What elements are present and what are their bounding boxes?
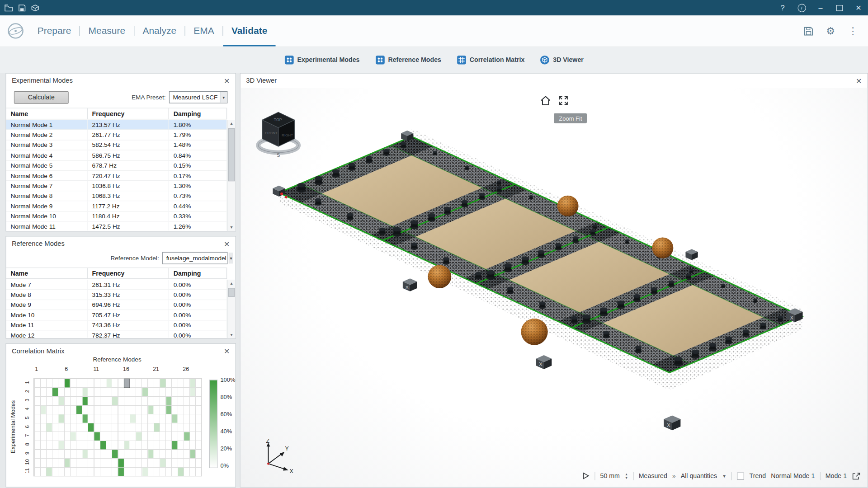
mac-cell[interactable] bbox=[76, 406, 82, 414]
mac-cell[interactable] bbox=[65, 459, 70, 467]
scale-stepper[interactable]: ▲▼ bbox=[625, 472, 628, 479]
mac-cell[interactable] bbox=[58, 441, 64, 449]
new-project-icon[interactable] bbox=[5, 4, 13, 11]
table-row[interactable]: Mode 8315.33 Hz0.00% bbox=[6, 290, 227, 300]
mac-cell[interactable] bbox=[190, 450, 195, 458]
tab-validate[interactable]: Validate bbox=[223, 15, 276, 46]
reference-model-select[interactable]: fuselage_modalmodel ▼ bbox=[162, 252, 227, 264]
play-animation-button[interactable] bbox=[582, 472, 590, 480]
experimental-modes-scrollbar[interactable]: ▲ ▼ bbox=[227, 120, 236, 231]
mac-cell[interactable] bbox=[82, 397, 88, 405]
table-row[interactable]: Normal Mode 101180.4 Hz0.33% bbox=[6, 211, 227, 221]
scroll-thumb[interactable] bbox=[228, 288, 235, 297]
settings-gear-icon[interactable]: ⚙ bbox=[825, 25, 837, 37]
mac-cell[interactable] bbox=[52, 388, 58, 396]
deformation-scale-value[interactable]: 50 mm bbox=[600, 473, 620, 479]
trend-checkbox[interactable] bbox=[737, 472, 744, 479]
mac-cell[interactable] bbox=[136, 432, 142, 440]
mac-cell[interactable] bbox=[65, 379, 70, 387]
tab-ema[interactable]: EMA bbox=[185, 15, 222, 46]
mac-cell[interactable] bbox=[172, 441, 178, 449]
minimize-button[interactable]: – bbox=[811, 0, 830, 15]
mac-cell[interactable] bbox=[160, 379, 165, 387]
step-up-icon[interactable]: ▲ bbox=[625, 472, 628, 475]
mac-cell[interactable] bbox=[166, 397, 171, 405]
info-button[interactable]: i bbox=[792, 0, 811, 15]
mac-cell[interactable] bbox=[118, 468, 124, 476]
table-row[interactable]: Normal Mode 81068.3 Hz0.73% bbox=[6, 191, 227, 201]
toolbar-correlation-matrix[interactable]: Correlation Matrix bbox=[457, 55, 524, 65]
mac-cell[interactable] bbox=[184, 432, 189, 440]
close-button[interactable]: ✕ bbox=[849, 0, 868, 15]
3d-viewport[interactable]: XXXX TOP FRONT RIGHT S bbox=[241, 88, 868, 487]
table-row[interactable]: Normal Mode 71036.8 Hz1.30% bbox=[6, 181, 227, 191]
close-icon[interactable]: ✕ bbox=[224, 347, 230, 355]
toolbar-experimental-modes[interactable]: Experimental Modes bbox=[284, 55, 359, 65]
mac-cell[interactable] bbox=[166, 406, 171, 414]
column-header-damping[interactable]: Damping bbox=[169, 108, 227, 119]
close-icon[interactable]: ✕ bbox=[224, 77, 230, 84]
current-mode-short[interactable]: Mode 1 bbox=[826, 473, 847, 479]
home-view-button[interactable] bbox=[538, 94, 553, 108]
mac-cell[interactable] bbox=[47, 468, 52, 476]
mac-cell[interactable] bbox=[58, 414, 64, 422]
scroll-up-icon[interactable]: ▲ bbox=[227, 120, 235, 127]
mac-cell[interactable] bbox=[112, 450, 118, 458]
mac-cell[interactable] bbox=[41, 406, 46, 414]
mac-cell[interactable] bbox=[172, 414, 178, 422]
save-icon[interactable] bbox=[802, 25, 814, 37]
scroll-up-icon[interactable]: ▲ bbox=[227, 280, 235, 287]
close-icon[interactable]: ✕ bbox=[856, 77, 862, 84]
table-row[interactable]: Mode 11743.36 Hz0.00% bbox=[6, 320, 227, 330]
mac-cell[interactable] bbox=[58, 397, 64, 405]
quantities-dropdown[interactable]: All quantities bbox=[681, 473, 717, 479]
mac-cell[interactable] bbox=[47, 423, 52, 432]
zoom-fit-button[interactable] bbox=[556, 94, 571, 108]
tab-measure[interactable]: Measure bbox=[80, 15, 134, 46]
mac-cell[interactable] bbox=[160, 459, 165, 467]
mac-cell[interactable] bbox=[88, 423, 94, 432]
table-row[interactable]: Normal Mode 5678.7 Hz0.15% bbox=[6, 160, 227, 170]
mac-cell[interactable] bbox=[82, 450, 88, 458]
table-row[interactable]: Normal Mode 2261.77 Hz1.79% bbox=[6, 130, 227, 140]
mac-cell[interactable] bbox=[124, 441, 130, 449]
more-menu-icon[interactable]: ⋮ bbox=[847, 25, 859, 37]
tab-analyze[interactable]: Analyze bbox=[134, 15, 185, 46]
column-header-name[interactable]: Name bbox=[6, 268, 88, 278]
current-mode-name[interactable]: Normal Mode 1 bbox=[771, 473, 815, 479]
toolbar-reference-modes[interactable]: Reference Modes bbox=[375, 55, 441, 65]
mac-cell[interactable] bbox=[142, 388, 147, 396]
scroll-down-icon[interactable]: ▼ bbox=[227, 331, 235, 338]
tab-prepare[interactable]: Prepare bbox=[29, 15, 80, 46]
table-row[interactable]: Normal Mode 111472.5 Hz1.26% bbox=[6, 221, 227, 230]
mac-cell[interactable] bbox=[100, 441, 106, 449]
data-source-breadcrumb[interactable]: Measured bbox=[639, 473, 667, 479]
3d-scene[interactable]: XXXX bbox=[241, 88, 868, 487]
mac-selected-cell[interactable] bbox=[124, 379, 130, 387]
navigation-cube[interactable]: TOP FRONT RIGHT S bbox=[250, 101, 311, 162]
mac-cell[interactable] bbox=[154, 423, 160, 432]
table-row[interactable]: Normal Mode 91177.2 Hz0.44% bbox=[6, 201, 227, 211]
mac-cell[interactable] bbox=[190, 379, 195, 387]
column-header-damping[interactable]: Damping bbox=[169, 268, 227, 278]
mac-cell[interactable] bbox=[130, 414, 136, 422]
toolbar-3d-viewer[interactable]: 3D Viewer bbox=[540, 55, 584, 65]
step-down-icon[interactable]: ▼ bbox=[625, 476, 628, 479]
mac-cell[interactable] bbox=[106, 379, 112, 387]
table-row[interactable]: Mode 9694.96 Hz0.00% bbox=[6, 300, 227, 310]
save-icon-titlebar[interactable] bbox=[19, 4, 26, 11]
maximize-button[interactable] bbox=[830, 0, 849, 15]
reference-modes-scrollbar[interactable]: ▲ ▼ bbox=[227, 280, 236, 338]
table-row[interactable]: Mode 10705.47 Hz0.00% bbox=[6, 310, 227, 320]
mac-cell[interactable] bbox=[190, 388, 195, 396]
column-header-frequency[interactable]: Frequency bbox=[88, 108, 169, 119]
ema-preset-select[interactable]: Measured LSCF ▼ bbox=[169, 91, 228, 103]
table-row[interactable]: Normal Mode 6720.47 Hz0.17% bbox=[6, 171, 227, 181]
table-row[interactable]: Mode 12782.37 Hz0.00% bbox=[6, 330, 227, 338]
calculate-button[interactable]: Calculate bbox=[14, 91, 69, 103]
mac-cell[interactable] bbox=[82, 414, 88, 422]
mac-cell[interactable] bbox=[142, 468, 147, 476]
close-icon[interactable]: ✕ bbox=[224, 240, 230, 247]
model-icon-titlebar[interactable] bbox=[31, 4, 39, 11]
mac-cell[interactable] bbox=[118, 459, 124, 467]
